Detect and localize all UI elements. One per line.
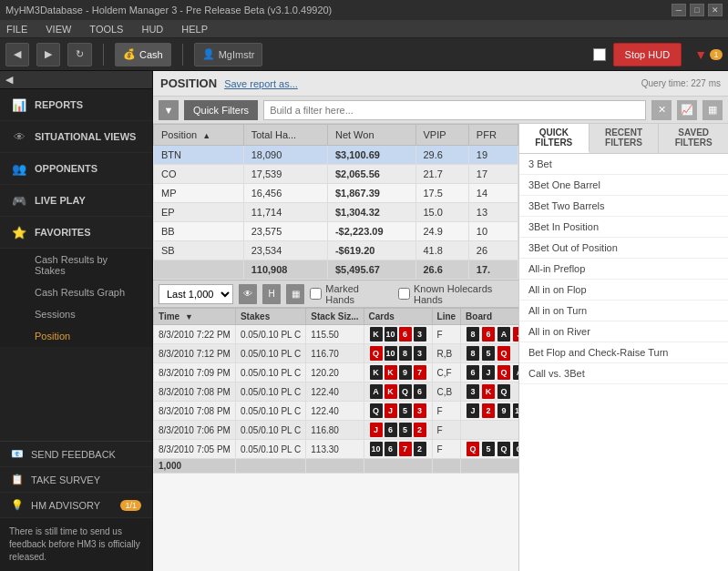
menu-file[interactable]: FILE	[4, 24, 30, 35]
menu-tools[interactable]: TOOLS	[87, 24, 126, 35]
col-time[interactable]: Time ▼	[154, 309, 236, 325]
header-left: POSITION Save report as...	[160, 76, 298, 90]
live-play-icon: 🎮	[11, 192, 27, 209]
advisory-label: HM ADVISORY	[31, 500, 100, 511]
table-row[interactable]: MP	[154, 184, 244, 203]
col-pfr[interactable]: PFR	[468, 125, 518, 146]
col-stakes[interactable]: Stakes	[235, 309, 305, 325]
card: 7	[414, 365, 426, 380]
list-item[interactable]: 8/3/2010 7:06 PM	[154, 421, 236, 440]
stop-hud-button[interactable]: Stop HUD	[613, 43, 682, 66]
cash-tab-button[interactable]: 💰 Cash	[115, 43, 171, 66]
hands-view-icon-button[interactable]: 👁	[239, 284, 257, 304]
sub-position[interactable]: Position	[0, 325, 152, 347]
card: 6	[414, 384, 426, 399]
close-button[interactable]: ✕	[708, 4, 723, 16]
card: 3	[414, 346, 426, 361]
card: 6	[482, 327, 495, 342]
filter-clear-button[interactable]: ✕	[651, 100, 672, 120]
quick-filter-item[interactable]: All in on Flop	[519, 280, 728, 301]
marked-hands-checkbox[interactable]	[310, 288, 322, 300]
table-row[interactable]: BB	[154, 222, 244, 241]
position-table: Position ▲ Total Ha... Net Won VPIP PFR …	[153, 124, 518, 280]
list-item[interactable]: 8/3/2010 7:12 PM	[154, 344, 236, 363]
toolbar-divider-2	[182, 44, 183, 66]
hands-grid-button[interactable]: ▦	[286, 284, 304, 304]
col-position[interactable]: Position ▲	[154, 125, 244, 146]
quick-filters-button[interactable]: Quick Filters	[184, 100, 258, 120]
quick-filter-item[interactable]: 3 Bet	[519, 154, 728, 175]
known-holecards-checkbox[interactable]	[398, 288, 410, 300]
list-item[interactable]: 8/3/2010 7:22 PM	[154, 325, 236, 344]
menu-view[interactable]: VIEW	[43, 24, 74, 35]
maximize-button[interactable]: □	[690, 4, 704, 16]
list-item[interactable]: 8/3/2010 7:05 PM	[154, 440, 236, 459]
list-item[interactable]: 8/3/2010 7:09 PM	[154, 363, 236, 382]
quick-filter-item[interactable]: All-in Preflop	[519, 259, 728, 280]
quick-filter-item[interactable]: Bet Flop and Check-Raise Turn	[519, 342, 728, 363]
col-net-won[interactable]: Net Won	[327, 125, 415, 146]
sidebar-item-favorites[interactable]: ⭐ FAVORITES	[0, 217, 152, 249]
table-area: Position ▲ Total Ha... Net Won VPIP PFR …	[153, 124, 518, 571]
sidebar-item-reports[interactable]: 📊 REPORTS	[0, 89, 152, 121]
filter-icon-button[interactable]: ▼	[159, 100, 179, 120]
sidebar-item-situational-views[interactable]: 👁 SITUATIONAL VIEWS	[0, 121, 152, 153]
quick-filter-item[interactable]: Call vs. 3Bet	[519, 363, 728, 384]
sub-cash-results-graph[interactable]: Cash Results Graph	[0, 281, 152, 303]
save-report-link[interactable]: Save report as...	[224, 78, 298, 89]
sub-cash-results-stakes[interactable]: Cash Results by Stakes	[0, 249, 152, 281]
table-row[interactable]: EP	[154, 203, 244, 222]
take-survey-item[interactable]: 📋 TAKE SURVEY	[0, 467, 152, 493]
card: 3	[467, 384, 479, 399]
col-line[interactable]: Line	[432, 309, 461, 325]
filter-grid-button[interactable]: ▦	[702, 100, 723, 120]
qf-tabs: QUICK FILTERS RECENT FILTERS SAVED FILTE…	[519, 124, 728, 154]
sidebar-item-opponents[interactable]: 👥 OPPONENTS	[0, 153, 152, 185]
table-row[interactable]: CO	[154, 165, 244, 184]
col-total-hands[interactable]: Total Ha...	[243, 125, 327, 146]
col-board[interactable]: Board	[461, 309, 518, 325]
menu-hud[interactable]: HUD	[138, 24, 166, 35]
table-row[interactable]: BTN	[154, 146, 244, 165]
marked-hands-label[interactable]: Marked Hands	[310, 283, 384, 305]
live-play-label: LIVE PLAY	[35, 195, 86, 206]
tab-saved-filters[interactable]: SAVED FILTERS	[659, 124, 728, 153]
filter-chart-button[interactable]: 📈	[677, 100, 697, 120]
quick-filter-item[interactable]: 3Bet Out of Position	[519, 238, 728, 259]
profile-button[interactable]: 👤 MgImstr	[194, 43, 263, 66]
send-feedback-item[interactable]: 📧 SEND FEEDBACK	[0, 442, 152, 467]
known-holecards-label[interactable]: Known Holecards Hands	[398, 283, 513, 305]
hands-h-button[interactable]: H	[262, 284, 281, 304]
hud-checkbox[interactable]	[593, 48, 606, 61]
card: K	[385, 384, 397, 399]
toolbar-divider-1	[103, 44, 104, 66]
quick-filter-item[interactable]: 3Bet One Barrel	[519, 175, 728, 196]
col-vpip[interactable]: VPIP	[415, 125, 468, 146]
col-stack-size[interactable]: Stack Siz...	[306, 309, 364, 325]
col-cards[interactable]: Cards	[364, 309, 432, 325]
filter-input[interactable]	[263, 100, 646, 120]
card: Q	[399, 384, 412, 399]
sidebar-toggle[interactable]: ◀	[0, 71, 152, 89]
refresh-button[interactable]: ↻	[67, 43, 92, 66]
menu-help[interactable]: HELP	[179, 24, 210, 35]
survey-label: TAKE SURVEY	[31, 474, 100, 485]
list-item[interactable]: 8/3/2010 7:08 PM	[154, 402, 236, 421]
card: K	[370, 327, 383, 342]
quick-filter-item[interactable]: 3Bet Two Barrels	[519, 196, 728, 217]
tab-quick-filters[interactable]: QUICK FILTERS	[519, 124, 590, 153]
quick-filter-item[interactable]: All in on River	[519, 321, 728, 342]
forward-button[interactable]: ▶	[36, 43, 60, 66]
sub-sessions[interactable]: Sessions	[0, 303, 152, 325]
hm-advisory-item[interactable]: 💡 HM ADVISORY 1/1	[0, 493, 152, 518]
minimize-button[interactable]: ─	[672, 4, 686, 16]
quick-filter-item[interactable]: All in on Turn	[519, 301, 728, 321]
quick-filter-item[interactable]: 3Bet In Position	[519, 217, 728, 238]
hands-count-select[interactable]: Last 1,000	[159, 284, 233, 304]
table-row[interactable]: SB	[154, 241, 244, 260]
tab-recent-filters[interactable]: RECENT FILTERS	[590, 124, 660, 153]
back-button[interactable]: ◀	[5, 43, 29, 66]
card: Q	[497, 442, 510, 456]
list-item[interactable]: 8/3/2010 7:08 PM	[154, 382, 236, 402]
sidebar-item-live-play[interactable]: 🎮 LIVE PLAY	[0, 185, 152, 217]
